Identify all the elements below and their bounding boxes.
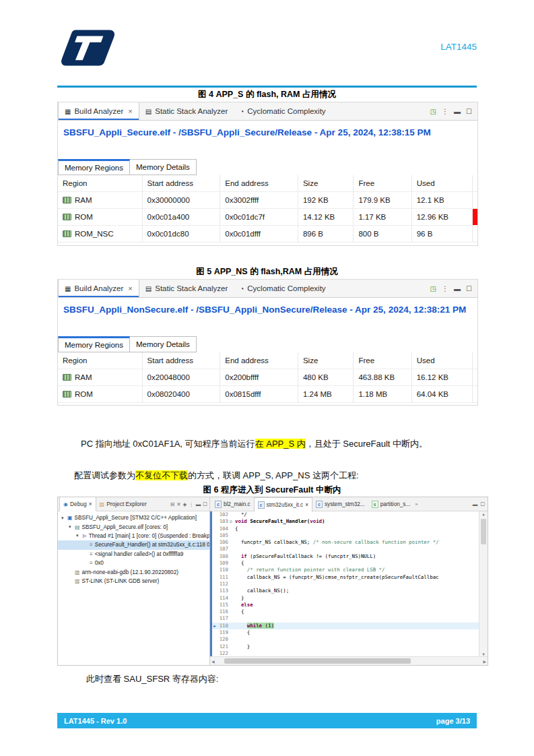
column-header[interactable]: Used [412,352,473,369]
build-analyzer-panel-1: ▦Build Analyzer×▤Static Stack Analyzer◔C… [57,102,478,246]
fold-icon[interactable]: ⊟ [230,518,235,525]
maximize-icon[interactable]: ☐ [466,108,472,115]
table-row[interactable]: ROM_NSC0x0c01dc800x0c01dfff896 B800 B96 … [58,226,477,243]
tree-node[interactable]: ≡<signal handler called>() at 0xffffffa9 [58,550,209,559]
debug-toolbar: ⊟ ✕ ◈ ⋮ ▬ ☐ [170,501,209,507]
minimize-icon[interactable]: ▬ [454,285,461,292]
usage-cell: 6.30% [473,192,477,208]
code-token [235,623,247,629]
code-text: void SecureFault_Handler(void) [235,518,325,525]
table-row[interactable]: ROM0x0c01a4000x0c01dc7f14.12 KB1.17 KB12… [58,209,477,226]
code-token: (1) [262,623,274,629]
collapse-all-icon[interactable]: ⊟ [170,501,174,507]
editor-tab[interactable]: csystem_stm32... [312,497,368,511]
tab-memory-details[interactable]: Memory Details [130,159,197,175]
column-header[interactable]: Usage [473,352,477,369]
column-header[interactable]: Usage [473,175,477,191]
tab-build-analyzer[interactable]: ▦Build Analyzer× [58,102,139,120]
close-icon[interactable]: × [89,501,92,507]
minimize-icon[interactable]: ▬ [454,108,461,115]
tab-memory-details[interactable]: Memory Details [130,336,197,352]
column-header[interactable]: Used [412,175,473,191]
editor-tab[interactable]: cstm32u5xx_it.c× [254,497,312,512]
tab-label: Build Analyzer [74,284,123,292]
column-header[interactable]: Free [354,175,411,191]
remove-icon[interactable]: ✕ [176,501,180,507]
column-header[interactable]: Size [298,352,354,369]
more-tabs-icon[interactable]: » [415,501,418,507]
tree-node[interactable]: ▥arm-none-eabi-gdb (12.1.90.20220802) [58,567,209,576]
maximize-icon[interactable]: ☐ [203,501,207,507]
vertical-scrollbar[interactable]: ▲ ▼ [479,511,488,656]
focus-icon[interactable]: ◈ [182,501,187,507]
paragraph-sau-sfsr: 此时查看 SAU_SFSR 寄存器内容: [86,673,218,685]
column-header[interactable]: Free [354,352,411,369]
expander-icon[interactable]: ▾ [61,515,67,521]
end-cell: 0x0815dfff [220,386,298,402]
tab-build-analyzer[interactable]: ▦Build Analyzer× [58,280,139,297]
tree-node[interactable]: ▾▤SBSFU_Appli_Secure.elf [cores: 0] [58,522,209,531]
scroll-down-icon[interactable]: ▼ [482,652,485,656]
close-icon[interactable]: × [128,284,132,292]
editor-tab[interactable]: cbl2_main.c [211,497,254,511]
expander-icon[interactable]: ▾ [76,533,82,538]
vertical-scroll-thumb[interactable] [481,519,486,544]
column-header[interactable]: Size [298,175,354,191]
view-menu-icon[interactable]: ⋮ [442,285,448,292]
horizontal-scroll-thumb[interactable] [224,658,411,664]
end-cell: 0x0c01dfff [220,226,298,242]
free-cell: 1.17 KB [354,209,411,225]
column-header[interactable]: Start address [143,352,221,369]
free-cell: 800 B [354,226,411,242]
tree-node[interactable]: ▥ST-LINK (ST-LINK GDB server) [58,577,209,586]
tree-node[interactable]: ≡0x0 [58,559,209,567]
tab-memory-regions[interactable]: Memory Regions [58,159,130,175]
tree-node[interactable]: ▾▣SBSFU_Appli_Secure [STM32 C/C++ Applic… [58,513,209,522]
source-file-icon: c [258,501,265,509]
tab-cyclomatic-complexity[interactable]: ◔Cyclomatic Complexity [234,280,331,297]
tab-static-stack-analyzer[interactable]: ▤Static Stack Analyzer [139,102,234,120]
region-cell: ROM [58,209,143,225]
maximize-icon[interactable]: ☐ [466,285,472,292]
tree-node[interactable]: ≡SecureFault_Handler() at stm32u5xx_it.c… [58,540,209,549]
table-row[interactable]: RAM0x200480000x200bffff480 KB463.88 KB16… [58,369,477,386]
tab-debug[interactable]: ◉ Debug × [59,497,96,511]
code-token: } [235,643,250,650]
tree-node[interactable]: ▾⊳Thread #1 [main] 1 [core: 0] (Suspende… [58,532,209,540]
close-icon[interactable]: × [305,502,308,508]
code-line: 122 [212,650,479,656]
scroll-left-icon[interactable]: ◀ [211,659,215,664]
column-header[interactable]: Region [58,352,143,369]
open-new-view-icon[interactable]: ◳ [430,108,436,115]
tab-memory-regions[interactable]: Memory Regions [58,336,130,352]
column-header[interactable]: Region [58,175,143,191]
region-cell: ROM_NSC [58,226,143,242]
view-menu-icon[interactable]: ⋮ [189,501,194,507]
start-cell: 0x0c01dc80 [143,226,221,242]
table-row[interactable]: RAM0x300000000x3002ffff192 KB179.9 KB12.… [58,192,477,209]
code-line: 115 else [212,602,479,608]
minimize-icon[interactable]: ▬ [473,501,478,507]
column-header[interactable]: End address [220,175,298,191]
minimize-icon[interactable]: ▬ [196,501,201,507]
view-menu-icon[interactable]: ⋮ [442,108,448,115]
tab-static-stack-analyzer[interactable]: ▤Static Stack Analyzer [139,280,234,297]
column-header[interactable]: End address [220,352,298,369]
table-row[interactable]: ROM0x080204000x0815dfff1.24 MB1.18 MB64.… [58,386,477,403]
column-header[interactable]: Start address [143,175,221,191]
tab-cyclomatic-complexity[interactable]: ◔Cyclomatic Complexity [234,102,331,120]
maximize-icon[interactable]: ☐ [480,501,485,507]
end-cell: 0x200bffff [220,369,298,385]
code-editor[interactable]: 102 */103⊟void SecureFault_Handler(void)… [212,511,479,656]
debug-screenshot: ◉ Debug × ▨ Project Explorer ⊟ ✕ ◈ ⋮ ▬ ☐… [57,497,488,666]
scroll-right-icon[interactable]: ▶ [483,659,486,664]
editor-tab-label: bl2_main.c [224,501,251,507]
horizontal-scrollbar[interactable]: ◀ ▶ [210,656,488,665]
scroll-up-icon[interactable]: ▲ [482,511,485,516]
open-new-view-icon[interactable]: ◳ [430,285,436,292]
close-icon[interactable]: × [128,107,132,115]
tab-project-explorer[interactable]: ▨ Project Explorer [96,497,150,511]
editor-tab[interactable]: spartition_s... [368,497,414,511]
code-text: */ [235,511,247,518]
expander-icon[interactable]: ▾ [69,524,75,530]
